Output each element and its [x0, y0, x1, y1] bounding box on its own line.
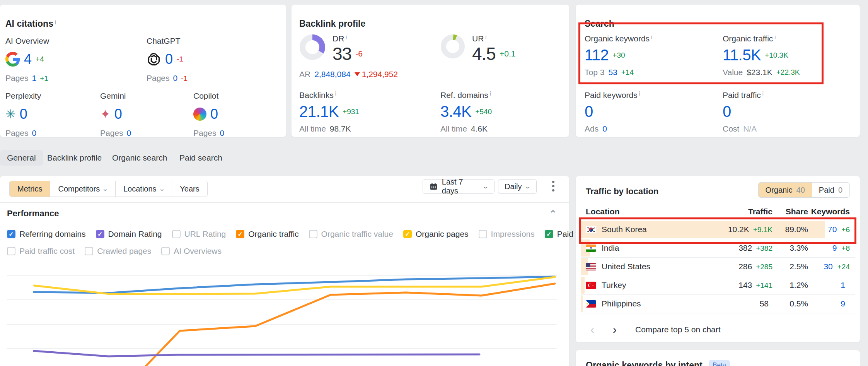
calendar-icon [429, 182, 438, 191]
tab-paid-search[interactable]: Paid search [172, 150, 229, 166]
info-icon[interactable]: i [335, 91, 336, 97]
ai-overview-citations[interactable]: 4 [24, 51, 32, 67]
paid-traffic-value[interactable]: 0 [723, 103, 731, 120]
search-title: Search [585, 19, 614, 29]
location-row-philippines[interactable]: Philippines 58 0.5% 9 [581, 294, 855, 313]
info-icon[interactable]: i [485, 34, 486, 40]
metric-checkbox-row-1: ✓Referring domains ✓Domain Rating URL Ra… [7, 229, 595, 239]
metric-organic-traffic-value[interactable]: Organic traffic value [309, 229, 393, 239]
keywords-link[interactable]: 9 [841, 299, 845, 308]
keywords-link[interactable]: 1 [841, 280, 845, 290]
chevron-down-icon: ⌄ [159, 186, 165, 192]
metric-referring-domains[interactable]: ✓Referring domains [7, 229, 86, 239]
chatgpt-icon [147, 52, 161, 67]
organic-traffic-metric: Organic traffici 11.5K +10.3K Value $23.… [723, 34, 800, 77]
pages-count[interactable]: 0 [32, 128, 37, 138]
info-icon[interactable]: i [55, 19, 56, 26]
collapse-chevron-icon[interactable]: ⌃ [549, 209, 557, 219]
info-icon[interactable]: i [346, 34, 347, 40]
performance-line-chart[interactable] [0, 176, 569, 366]
date-range-button[interactable]: Last 7 days ⌄ [423, 179, 495, 194]
location-row-united-states[interactable]: United States 286+285 2.5% 30+24 [581, 257, 855, 276]
ai-citations-title: AI citationsi [5, 19, 56, 29]
chevron-down-icon: ⌄ [102, 186, 108, 192]
copilot-citations[interactable]: 0 [210, 106, 218, 122]
organic-keywords-metric: Organic keywordsi 112 +30 Top 3 53 +14 [585, 34, 652, 77]
keywords-by-intent-card: Organic keywords by intent Beta [576, 350, 860, 366]
turkey-flag-icon [586, 282, 596, 289]
metric-impressions[interactable]: Impressions [479, 229, 535, 239]
url-rating-value: 4.5 [472, 43, 496, 64]
location-row-india[interactable]: India 382+382 3.3% 9+8 [581, 239, 855, 257]
keywords-link[interactable]: 30 [824, 262, 832, 271]
segment-competitors[interactable]: Competitors⌄ [50, 181, 116, 197]
pages-count[interactable]: 1 [32, 74, 37, 83]
info-icon[interactable]: i [762, 91, 764, 97]
ads-count[interactable]: 0 [602, 124, 607, 133]
copilot-icon [193, 108, 206, 121]
segment-years[interactable]: Years [172, 181, 207, 197]
tab-organic-search[interactable]: Organic search [105, 150, 174, 166]
search-card: Search Organic keywordsi 112 +30 Top 3 5… [576, 5, 860, 137]
south-korea-flag-icon [586, 226, 596, 233]
gemini-icon: ✦ [100, 108, 111, 120]
location-row-south-korea[interactable]: South Korea 10.2K+9.1K 89.0% 70+6 [581, 220, 855, 239]
perplexity-citations[interactable]: 0 [20, 106, 27, 122]
tab-backlink-profile[interactable]: Backlink profile [40, 150, 109, 166]
chevron-down-icon: ⌄ [483, 183, 489, 190]
ai-engine-chatgpt: ChatGPT 0 -1 Pages 0 -1 [147, 36, 188, 83]
backlinks-value[interactable]: 21.1K [299, 103, 339, 120]
traffic-by-location-title: Traffic by location [586, 186, 658, 196]
backlink-profile-card: Backlink profile DRi 33 -6 AR 2,848,084 … [292, 5, 569, 137]
ai-engine-gemini: Gemini ✦ 0 Pages 0 [100, 91, 131, 138]
backlink-profile-title: Backlink profile [299, 19, 365, 29]
ahrefs-rank-value[interactable]: 2,848,084 [314, 70, 350, 79]
segment-metrics[interactable]: Metrics [10, 181, 50, 197]
metric-paid-traffic-cost[interactable]: Paid traffic cost [7, 246, 75, 256]
dashboard: AI citationsi AI Overview 4 +4 Pages 1 +… [0, 0, 868, 366]
pages-count[interactable]: 0 [173, 74, 178, 83]
toggle-organic[interactable]: Organic 40 [759, 183, 812, 197]
next-arrow-icon[interactable]: › [613, 324, 617, 335]
metric-organic-pages[interactable]: ✓Organic pages [403, 229, 469, 239]
keywords-link[interactable]: 70 [828, 225, 837, 234]
info-icon[interactable]: i [490, 91, 491, 97]
ai-engine-perplexity: Perplexity ✳ 0 Pages 0 [5, 91, 41, 138]
granularity-button[interactable]: Daily ⌄ [498, 179, 537, 194]
prev-arrow-icon[interactable]: ‹ [590, 324, 594, 335]
traffic-type-toggle: Organic 40 Paid 0 [758, 182, 850, 198]
chevron-down-icon: ⌄ [525, 183, 531, 190]
metric-crawled-pages[interactable]: Crawled pages [85, 246, 151, 256]
perplexity-icon: ✳ [5, 108, 16, 120]
tab-general[interactable]: General [0, 150, 43, 166]
location-row-turkey[interactable]: Turkey 143+141 1.2% 1 [581, 276, 855, 294]
metric-organic-traffic[interactable]: ✓Organic traffic [236, 229, 298, 239]
pages-count[interactable]: 0 [127, 128, 131, 138]
info-icon[interactable]: i [774, 34, 776, 40]
kebab-menu-icon[interactable] [552, 181, 554, 192]
metric-domain-rating[interactable]: ✓Domain Rating [96, 229, 162, 239]
chatgpt-citations[interactable]: 0 [165, 51, 173, 67]
top3-keywords-value[interactable]: 53 [608, 68, 617, 77]
metric-ai-overviews[interactable]: AI Overviews [161, 246, 222, 256]
domain-rating-value: 33 [333, 43, 351, 64]
toggle-paid[interactable]: Paid 0 [812, 183, 849, 197]
ref-domains-value[interactable]: 3.4K [440, 103, 471, 120]
ahrefs-rank-row: AR 2,848,084 1,294,952 [299, 70, 398, 79]
organic-keywords-value[interactable]: 112 [585, 46, 609, 64]
metric-checkbox-row-2: Paid traffic cost Crawled pages AI Overv… [7, 246, 222, 256]
compare-top5-link[interactable]: Compare top 5 on chart [635, 325, 721, 334]
keywords-link[interactable]: 9 [832, 243, 837, 253]
info-icon[interactable]: i [639, 91, 640, 97]
india-flag-icon [586, 245, 596, 252]
segment-locations[interactable]: Locations⌄ [116, 181, 172, 197]
info-icon[interactable]: i [651, 34, 652, 40]
organic-traffic-value[interactable]: 11.5K [723, 46, 761, 64]
metric-url-rating[interactable]: URL Rating [172, 229, 226, 239]
gemini-citations[interactable]: 0 [114, 106, 122, 122]
performance-card: Metrics Competitors⌄ Locations⌄ Years La… [0, 176, 569, 366]
location-pager: ‹ › Compare top 5 on chart [590, 324, 721, 335]
google-icon [5, 52, 20, 67]
paid-keywords-value[interactable]: 0 [585, 103, 593, 120]
pages-count[interactable]: 0 [220, 128, 225, 138]
